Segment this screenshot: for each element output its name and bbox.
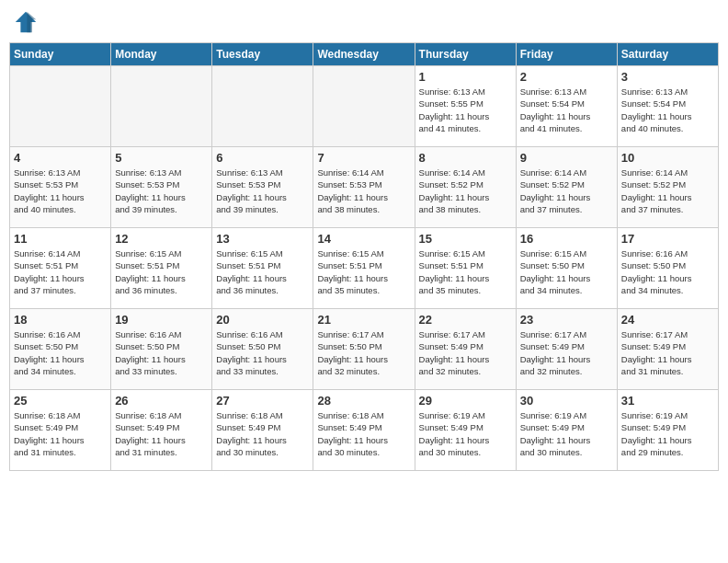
cell-info: Sunrise: 6:14 AM Sunset: 5:52 PM Dayligh… — [419, 167, 512, 215]
day-number: 11 — [14, 232, 107, 246]
day-number: 8 — [419, 151, 512, 165]
day-number: 2 — [520, 70, 613, 84]
calendar-cell: 28Sunrise: 6:18 AM Sunset: 5:49 PM Dayli… — [313, 390, 415, 471]
day-number: 18 — [14, 313, 107, 327]
cell-info: Sunrise: 6:19 AM Sunset: 5:49 PM Dayligh… — [419, 409, 512, 458]
cell-info: Sunrise: 6:14 AM Sunset: 5:53 PM Dayligh… — [317, 167, 410, 215]
col-header-thursday: Thursday — [415, 43, 516, 66]
cell-info: Sunrise: 6:19 AM Sunset: 5:49 PM Dayligh… — [520, 409, 613, 458]
cell-info: Sunrise: 6:15 AM Sunset: 5:51 PM Dayligh… — [317, 247, 410, 296]
calendar-cell: 20Sunrise: 6:16 AM Sunset: 5:50 PM Dayli… — [212, 309, 313, 390]
calendar-cell — [313, 66, 415, 147]
day-number: 30 — [520, 394, 613, 408]
day-number: 21 — [317, 313, 410, 327]
day-number: 25 — [14, 394, 107, 408]
logo — [13, 9, 40, 35]
calendar-table: SundayMondayTuesdayWednesdayThursdayFrid… — [9, 42, 719, 471]
cell-info: Sunrise: 6:17 AM Sunset: 5:50 PM Dayligh… — [317, 328, 410, 377]
cell-info: Sunrise: 6:13 AM Sunset: 5:54 PM Dayligh… — [520, 86, 613, 134]
day-number: 31 — [621, 394, 714, 408]
cell-info: Sunrise: 6:13 AM Sunset: 5:53 PM Dayligh… — [216, 167, 309, 215]
day-number: 4 — [14, 151, 107, 165]
calendar-cell: 11Sunrise: 6:14 AM Sunset: 5:51 PM Dayli… — [10, 228, 111, 309]
calendar-cell — [212, 66, 313, 147]
logo-icon — [13, 9, 39, 35]
calendar-cell: 31Sunrise: 6:19 AM Sunset: 5:49 PM Dayli… — [617, 390, 718, 471]
calendar-cell: 3Sunrise: 6:13 AM Sunset: 5:54 PM Daylig… — [617, 66, 718, 147]
calendar-cell: 5Sunrise: 6:13 AM Sunset: 5:53 PM Daylig… — [111, 147, 212, 228]
day-number: 29 — [419, 394, 512, 408]
calendar-cell: 9Sunrise: 6:14 AM Sunset: 5:52 PM Daylig… — [516, 147, 617, 228]
day-number: 23 — [520, 313, 613, 327]
day-number: 19 — [115, 313, 208, 327]
cell-info: Sunrise: 6:13 AM Sunset: 5:55 PM Dayligh… — [419, 86, 512, 134]
col-header-wednesday: Wednesday — [313, 43, 415, 66]
cell-info: Sunrise: 6:16 AM Sunset: 5:50 PM Dayligh… — [216, 328, 309, 377]
calendar-cell: 24Sunrise: 6:17 AM Sunset: 5:49 PM Dayli… — [617, 309, 718, 390]
calendar-cell: 8Sunrise: 6:14 AM Sunset: 5:52 PM Daylig… — [415, 147, 516, 228]
cell-info: Sunrise: 6:16 AM Sunset: 5:50 PM Dayligh… — [14, 328, 107, 377]
cell-info: Sunrise: 6:13 AM Sunset: 5:53 PM Dayligh… — [115, 167, 208, 215]
col-header-sunday: Sunday — [10, 43, 111, 66]
calendar-cell: 29Sunrise: 6:19 AM Sunset: 5:49 PM Dayli… — [415, 390, 516, 471]
week-row-2: 11Sunrise: 6:14 AM Sunset: 5:51 PM Dayli… — [10, 228, 719, 309]
cell-info: Sunrise: 6:14 AM Sunset: 5:52 PM Dayligh… — [621, 167, 714, 215]
day-number: 27 — [216, 394, 309, 408]
calendar-cell — [10, 66, 111, 147]
cell-info: Sunrise: 6:15 AM Sunset: 5:51 PM Dayligh… — [419, 247, 512, 296]
day-number: 26 — [115, 394, 208, 408]
day-number: 10 — [621, 151, 714, 165]
cell-info: Sunrise: 6:15 AM Sunset: 5:50 PM Dayligh… — [520, 247, 613, 296]
cell-info: Sunrise: 6:15 AM Sunset: 5:51 PM Dayligh… — [216, 247, 309, 296]
calendar-cell: 2Sunrise: 6:13 AM Sunset: 5:54 PM Daylig… — [516, 66, 617, 147]
page-header — [9, 9, 719, 35]
calendar-cell: 17Sunrise: 6:16 AM Sunset: 5:50 PM Dayli… — [617, 228, 718, 309]
calendar-cell: 26Sunrise: 6:18 AM Sunset: 5:49 PM Dayli… — [111, 390, 212, 471]
calendar-cell: 27Sunrise: 6:18 AM Sunset: 5:49 PM Dayli… — [212, 390, 313, 471]
calendar-cell: 6Sunrise: 6:13 AM Sunset: 5:53 PM Daylig… — [212, 147, 313, 228]
calendar-cell: 13Sunrise: 6:15 AM Sunset: 5:51 PM Dayli… — [212, 228, 313, 309]
day-number: 3 — [621, 70, 714, 84]
calendar-cell: 14Sunrise: 6:15 AM Sunset: 5:51 PM Dayli… — [313, 228, 415, 309]
cell-info: Sunrise: 6:18 AM Sunset: 5:49 PM Dayligh… — [317, 409, 410, 458]
day-number: 6 — [216, 151, 309, 165]
week-row-3: 18Sunrise: 6:16 AM Sunset: 5:50 PM Dayli… — [10, 309, 719, 390]
svg-marker-0 — [16, 12, 36, 32]
day-number: 15 — [419, 232, 512, 246]
cell-info: Sunrise: 6:16 AM Sunset: 5:50 PM Dayligh… — [115, 328, 208, 377]
day-number: 5 — [115, 151, 208, 165]
day-number: 17 — [621, 232, 714, 246]
col-header-saturday: Saturday — [617, 43, 718, 66]
day-number: 1 — [419, 70, 512, 84]
week-row-1: 4Sunrise: 6:13 AM Sunset: 5:53 PM Daylig… — [10, 147, 719, 228]
day-number: 13 — [216, 232, 309, 246]
cell-info: Sunrise: 6:17 AM Sunset: 5:49 PM Dayligh… — [419, 328, 512, 377]
calendar-cell: 30Sunrise: 6:19 AM Sunset: 5:49 PM Dayli… — [516, 390, 617, 471]
calendar-cell: 18Sunrise: 6:16 AM Sunset: 5:50 PM Dayli… — [10, 309, 111, 390]
calendar-cell: 19Sunrise: 6:16 AM Sunset: 5:50 PM Dayli… — [111, 309, 212, 390]
cell-info: Sunrise: 6:14 AM Sunset: 5:51 PM Dayligh… — [14, 247, 107, 296]
cell-info: Sunrise: 6:18 AM Sunset: 5:49 PM Dayligh… — [14, 409, 107, 458]
calendar-cell: 1Sunrise: 6:13 AM Sunset: 5:55 PM Daylig… — [415, 66, 516, 147]
cell-info: Sunrise: 6:15 AM Sunset: 5:51 PM Dayligh… — [115, 247, 208, 296]
day-number: 24 — [621, 313, 714, 327]
calendar-cell: 15Sunrise: 6:15 AM Sunset: 5:51 PM Dayli… — [415, 228, 516, 309]
cell-info: Sunrise: 6:18 AM Sunset: 5:49 PM Dayligh… — [216, 409, 309, 458]
cell-info: Sunrise: 6:13 AM Sunset: 5:53 PM Dayligh… — [14, 167, 107, 215]
col-header-tuesday: Tuesday — [212, 43, 313, 66]
day-number: 28 — [317, 394, 410, 408]
cell-info: Sunrise: 6:14 AM Sunset: 5:52 PM Dayligh… — [520, 167, 613, 215]
calendar-cell: 16Sunrise: 6:15 AM Sunset: 5:50 PM Dayli… — [516, 228, 617, 309]
calendar-cell: 22Sunrise: 6:17 AM Sunset: 5:49 PM Dayli… — [415, 309, 516, 390]
cell-info: Sunrise: 6:13 AM Sunset: 5:54 PM Dayligh… — [621, 86, 714, 134]
cell-info: Sunrise: 6:16 AM Sunset: 5:50 PM Dayligh… — [621, 247, 714, 296]
day-number: 22 — [419, 313, 512, 327]
day-number: 9 — [520, 151, 613, 165]
calendar-cell: 12Sunrise: 6:15 AM Sunset: 5:51 PM Dayli… — [111, 228, 212, 309]
col-header-friday: Friday — [516, 43, 617, 66]
cell-info: Sunrise: 6:17 AM Sunset: 5:49 PM Dayligh… — [621, 328, 714, 377]
day-number: 7 — [317, 151, 410, 165]
week-row-4: 25Sunrise: 6:18 AM Sunset: 5:49 PM Dayli… — [10, 390, 719, 471]
calendar-cell: 10Sunrise: 6:14 AM Sunset: 5:52 PM Dayli… — [617, 147, 718, 228]
calendar-cell: 7Sunrise: 6:14 AM Sunset: 5:53 PM Daylig… — [313, 147, 415, 228]
